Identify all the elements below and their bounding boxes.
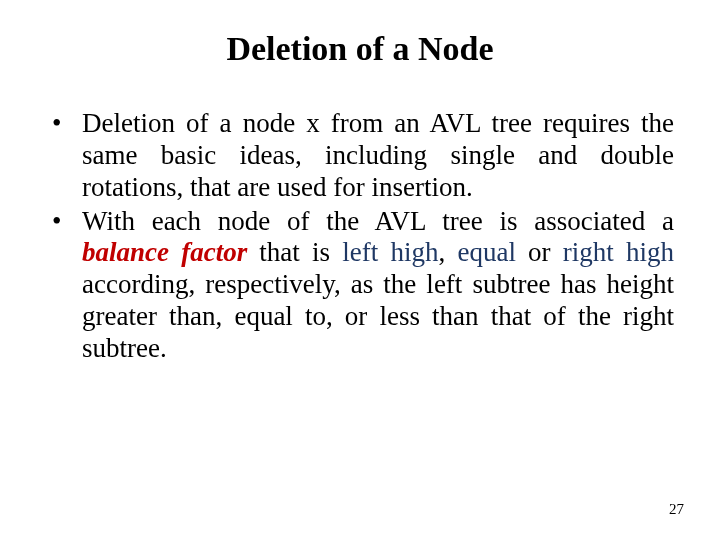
bullet-2-text-1: With each node of the AVL tree is associ… [82,206,674,236]
equal-term: equal [457,237,515,267]
bullet-item-1: Deletion of a node x from an AVL tree re… [46,108,674,204]
right-high-term: right high [563,237,674,267]
bullet-item-2: With each node of the AVL tree is associ… [46,206,674,365]
left-high-term: left high [342,237,438,267]
slide: Deletion of a Node Deletion of a node x … [0,0,720,540]
bullet-2-text-4: or [516,237,563,267]
slide-title: Deletion of a Node [46,30,674,68]
page-number: 27 [669,501,684,518]
bullet-2-text-3: , [438,237,457,267]
bullet-2-text-5: according, respectively, as the left sub… [82,269,674,363]
bullet-1-text: Deletion of a node x from an AVL tree re… [82,108,674,202]
bullet-2-text-2: that is [247,237,342,267]
balance-factor-term: balance factor [82,237,247,267]
bullet-list: Deletion of a node x from an AVL tree re… [46,108,674,365]
